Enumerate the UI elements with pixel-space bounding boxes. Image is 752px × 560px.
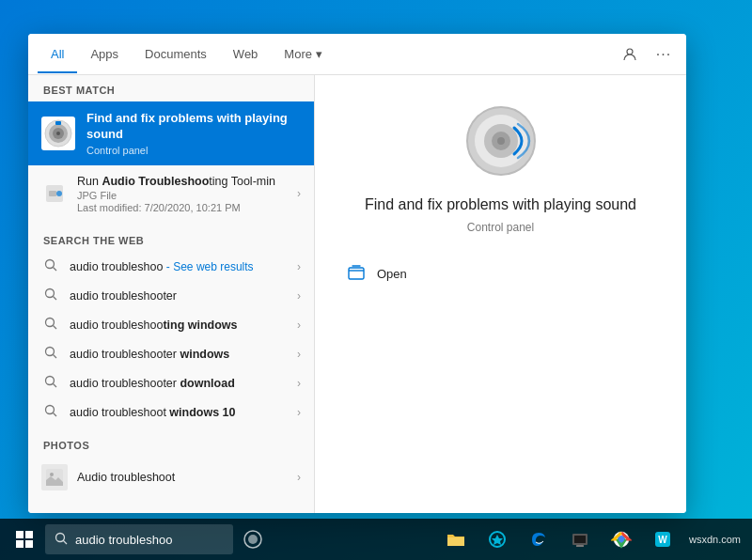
result-sub1-0: JPG File [77, 190, 288, 201]
web-item-1[interactable]: audio troubleshooter › [28, 281, 314, 310]
detail-title: Find and fix problems with playing sound [346, 195, 655, 215]
best-match-text: Find and fix problems with playing sound… [86, 111, 301, 156]
tab-apps[interactable]: Apps [77, 36, 132, 72]
tabs-bar: All Apps Documents Web More ▾ ··· [28, 34, 686, 75]
svg-rect-32 [25, 540, 33, 548]
svg-rect-5 [55, 121, 61, 125]
web-item-0[interactable]: audio troubleshoo - See web results › [28, 252, 314, 281]
svg-rect-29 [16, 531, 24, 538]
svg-point-33 [56, 533, 65, 541]
svg-line-20 [54, 413, 57, 417]
detail-subtitle: Control panel [467, 221, 534, 234]
more-options-btn[interactable]: ··· [650, 41, 677, 68]
desktop: All Apps Documents Web More ▾ ··· [0, 0, 752, 560]
svg-line-34 [64, 540, 68, 544]
person-icon-btn[interactable] [617, 41, 643, 68]
photo-text-0: Audio troubleshoot [77, 471, 288, 484]
web-arrow-1: › [297, 289, 301, 303]
svg-point-36 [248, 535, 258, 544]
main-content: Best match Find and fix problems with pl… [28, 75, 686, 513]
web-text-0: audio troubleshoo - See web results [70, 260, 288, 273]
svg-text:W: W [658, 535, 667, 545]
svg-point-19 [46, 406, 55, 414]
svg-point-15 [46, 348, 55, 356]
web-text-1: audio troubleshooter [70, 289, 288, 303]
svg-point-4 [56, 132, 60, 135]
svg-point-44 [619, 537, 624, 542]
detail-actions: Open [315, 257, 686, 292]
web-arrow-3: › [297, 348, 301, 361]
taskbar-tray: wsxdn.com [683, 534, 746, 545]
taskbar-edge[interactable] [520, 521, 557, 558]
taskbar-search-icon [55, 532, 68, 548]
tab-documents[interactable]: Documents [132, 36, 220, 72]
svg-point-8 [56, 191, 62, 196]
tab-more[interactable]: More ▾ [271, 36, 335, 72]
svg-point-9 [46, 260, 55, 269]
best-match-icon [41, 117, 75, 150]
web-arrow-5: › [297, 406, 301, 419]
photo-arrow-0: › [297, 471, 301, 484]
web-item-4[interactable]: audio troubleshooter download › [28, 368, 314, 397]
svg-point-22 [50, 473, 54, 476]
svg-line-16 [54, 355, 57, 359]
web-section-label: Search the web [28, 226, 314, 252]
tab-web[interactable]: Web [220, 36, 272, 72]
taskbar-search-text: audio troubleshoo [75, 533, 172, 547]
web-text-2: audio troubleshooting windows [70, 319, 288, 332]
svg-point-0 [627, 49, 633, 54]
taskbar-app4[interactable] [561, 521, 599, 558]
result-text-0: Run Audio Troubleshooting Tool-min JPG F… [77, 174, 288, 213]
taskbar-file-explorer[interactable] [437, 521, 475, 558]
left-panel: Best match Find and fix problems with pl… [28, 75, 315, 513]
web-item-2[interactable]: audio troubleshooting windows › [28, 310, 314, 339]
taskbar-search[interactable]: audio troubleshoo [45, 524, 233, 554]
web-item-3[interactable]: audio troubleshooter windows › [28, 339, 314, 368]
search-icon-0 [41, 258, 60, 274]
search-icon-3 [41, 346, 60, 362]
taskbar-tray-text: wsxdn.com [689, 534, 741, 545]
result-item-0[interactable]: Run Audio Troubleshooting Tool-min JPG F… [28, 165, 314, 222]
web-text-5: audio troubleshoot windows 10 [70, 406, 288, 419]
taskbar-chrome[interactable] [603, 521, 640, 558]
result-item-icon-0 [41, 180, 68, 207]
svg-point-13 [46, 319, 55, 327]
svg-rect-7 [49, 191, 56, 196]
web-item-5[interactable]: audio troubleshoot windows 10 › [28, 397, 314, 427]
svg-line-14 [54, 326, 57, 330]
open-action[interactable]: Open [334, 257, 667, 292]
result-sub2-0: Last modified: 7/20/2020, 10:21 PM [77, 202, 288, 213]
svg-line-12 [54, 297, 57, 301]
taskbar-app6[interactable]: W [644, 521, 682, 558]
best-match-label: Best match [28, 75, 314, 101]
photo-icon-0 [41, 464, 68, 490]
photos-section-label: Photos [28, 430, 314, 457]
taskbar-photos[interactable] [478, 521, 516, 558]
photo-item-0[interactable]: Audio troubleshoot › [28, 457, 314, 498]
open-icon [345, 264, 368, 285]
best-match-title: Find and fix problems with playing sound [86, 111, 301, 143]
cortana-button[interactable] [235, 521, 271, 557]
right-panel: Find and fix problems with playing sound… [315, 75, 686, 513]
svg-rect-41 [576, 545, 584, 547]
taskbar-items: W [437, 521, 682, 558]
search-icon-4 [41, 375, 60, 391]
svg-rect-40 [574, 536, 586, 543]
best-match-item[interactable]: Find and fix problems with playing sound… [28, 101, 314, 165]
search-icon-5 [41, 404, 60, 420]
svg-rect-28 [349, 268, 364, 279]
start-button[interactable] [6, 521, 43, 558]
svg-point-27 [497, 137, 505, 145]
search-icon-2 [41, 317, 60, 333]
svg-point-11 [46, 289, 55, 298]
svg-rect-31 [16, 540, 24, 548]
tab-all[interactable]: All [38, 36, 77, 72]
svg-line-10 [54, 268, 57, 272]
svg-point-17 [46, 377, 55, 385]
svg-rect-30 [25, 531, 33, 538]
web-arrow-0: › [297, 260, 301, 273]
web-text-4: audio troubleshooter download [70, 377, 288, 390]
open-label: Open [377, 267, 407, 281]
svg-rect-37 [447, 537, 464, 546]
result-title-0: Run Audio Troubleshooting Tool-min [77, 174, 288, 189]
